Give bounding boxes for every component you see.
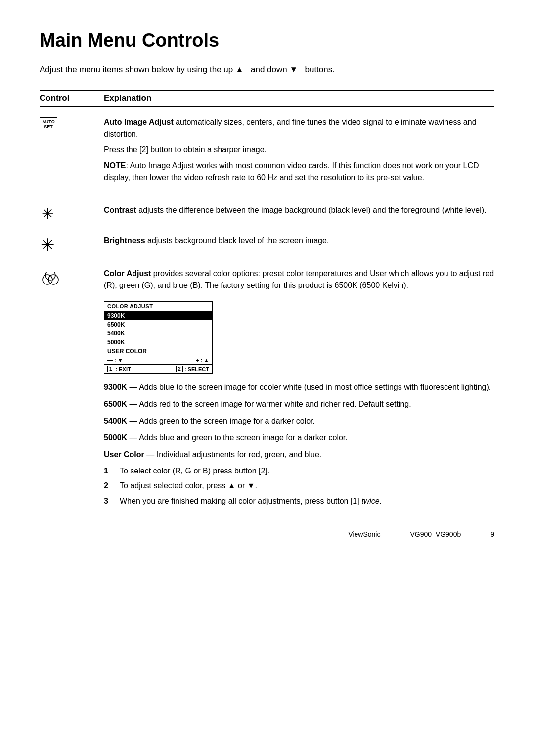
col-control-header: Control (40, 94, 104, 103)
intro-paragraph: Adjust the menu items shown below by usi… (40, 65, 494, 75)
brightness-term: Brightness (104, 236, 145, 245)
auto-image-adjust-explanation: Auto Image Adjust automatically sizes, c… (104, 116, 494, 190)
contrast-icon-cell: ✳ (40, 204, 104, 221)
color-adjust-icon (41, 272, 60, 289)
auto-set-icon-cell: AUTO SET (40, 116, 104, 132)
brightness-icon-cell: ✳ (40, 235, 104, 254)
color-adjust-term: Color Adjust (104, 269, 151, 278)
user-color-entry: User Color — Individual adjustments for … (104, 449, 494, 461)
table-row: ✳ Contrast adjusts the difference betwee… (40, 204, 494, 221)
5000k-entry: 5000K — Adds blue and green to the scree… (104, 432, 494, 444)
intro-text-before: Adjust the menu items shown below by usi… (40, 65, 233, 74)
color-menu-item-5000k[interactable]: 5000K (104, 338, 212, 347)
brand-name: ViewSonic (348, 530, 380, 538)
color-menu-item-5400k[interactable]: 5400K (104, 329, 212, 338)
color-menu-item-6500k[interactable]: 6500K (104, 320, 212, 329)
page-title: Main Menu Controls (40, 30, 494, 51)
table-header: Control Explanation (40, 90, 494, 107)
list-item: 1 To select color (R, G or B) press butt… (104, 466, 494, 476)
btn1-box: 1 (107, 366, 114, 372)
svg-point-0 (43, 275, 52, 284)
color-menu-footer: — : ▼ + : ▲ (104, 356, 212, 364)
page-number: 9 (490, 530, 494, 538)
color-adjust-menu-title: COLOR ADJUST (104, 302, 212, 311)
color-menu-item-9300k[interactable]: 9300K (104, 311, 212, 320)
page-footer: ViewSonic VG900_VG900b 9 (40, 530, 494, 538)
5400k-entry: 5400K — Adds green to the screen image f… (104, 415, 494, 427)
brightness-icon: ✳ (41, 237, 54, 254)
table-row: Color Adjust provides several color opti… (40, 268, 494, 511)
brightness-explanation: Brightness adjusts background black leve… (104, 235, 494, 251)
9300k-entry: 9300K — Adds blue to the screen image fo… (104, 381, 494, 393)
auto-image-adjust-term: Auto Image Adjust (104, 118, 174, 126)
table-row: AUTO SET Auto Image Adjust automatically… (40, 116, 494, 190)
color-adjust-explanation: Color Adjust provides several color opti… (104, 268, 494, 511)
col-explanation-header: Explanation (104, 94, 494, 103)
auto-set-icon: AUTO SET (40, 117, 57, 132)
color-adjust-menu: COLOR ADJUST 9300K 6500K 5400K 5000K USE… (104, 301, 213, 374)
intro-text-middle: and down (251, 65, 287, 74)
color-adjust-steps: 1 To select color (R, G or B) press butt… (104, 466, 494, 507)
arrow-up-icon: ▲ (235, 65, 248, 74)
contrast-icon: ✳ (42, 206, 54, 221)
color-menu-footer-buttons: 1 : EXIT 2 : SELECT (104, 364, 212, 373)
arrow-down-icon: ▼ (289, 65, 302, 74)
intro-text-after: buttons. (305, 65, 335, 74)
color-menu-item-user-color[interactable]: USER COLOR (104, 347, 212, 356)
contrast-term: Contrast (104, 206, 136, 214)
6500k-entry: 6500K — Adds red to the screen image for… (104, 398, 494, 410)
btn2-box: 2 (176, 366, 183, 372)
model-name: VG900_VG900b (410, 530, 461, 538)
main-table: Control Explanation AUTO SET Auto Image … (40, 90, 494, 511)
svg-point-1 (48, 275, 58, 284)
color-adjust-icon-cell (40, 268, 104, 289)
list-item: 2 To adjust selected color, press ▲ or ▼… (104, 480, 494, 491)
table-row: ✳ Brightness adjusts background black le… (40, 235, 494, 254)
list-item: 3 When you are finished making all color… (104, 496, 494, 507)
note-label: NOTE (104, 161, 126, 170)
contrast-explanation: Contrast adjusts the difference between … (104, 204, 494, 220)
color-circles-svg (41, 272, 60, 287)
